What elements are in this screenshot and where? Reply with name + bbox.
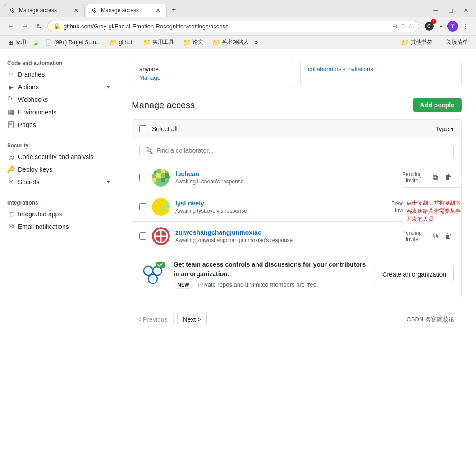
bookmark-link-icon: 📄 xyxy=(46,39,52,46)
sidebar-item-integrated-apps[interactable]: ⊞ Integrated apps xyxy=(0,208,117,220)
sidebar-section-security: Security xyxy=(0,139,117,150)
forward-button[interactable]: → xyxy=(20,20,31,32)
folder-icon-3: 📁 xyxy=(183,39,191,46)
search-bar: 🔍 xyxy=(132,138,461,163)
watermark: CSDN @客院莪论 xyxy=(211,315,462,324)
new-tab-button[interactable]: + xyxy=(168,4,180,17)
extension-btn-2[interactable]: ⭑ xyxy=(438,21,444,32)
previous-button[interactable]: < Previous xyxy=(132,313,174,326)
bookmarks-more-btn[interactable]: » xyxy=(255,39,258,46)
close-window-button[interactable]: ✕ xyxy=(460,6,472,15)
lyslovely-status: Awaiting lysLovely's response xyxy=(175,208,386,214)
browser-tab-2[interactable]: ⚙ Manage access ✕ xyxy=(86,4,167,17)
bookmark-other[interactable]: 📁 其他书签 xyxy=(398,37,435,47)
svg-rect-11 xyxy=(152,198,156,202)
search-input[interactable] xyxy=(156,147,448,154)
svg-rect-8 xyxy=(152,178,156,182)
invitations-link[interactable]: collaborators's invitations. xyxy=(308,66,375,73)
bookmark-folder-papers[interactable]: 📁 论文 xyxy=(180,37,206,47)
luchean-copy-button[interactable]: ⧉ xyxy=(431,172,439,183)
lyslovely-checkbox[interactable] xyxy=(139,203,146,210)
bookmark-folder-academic[interactable]: 📁 学术领路人 xyxy=(210,37,252,47)
sidebar-item-email-notifications[interactable]: ✉ Email notifications xyxy=(0,220,117,233)
bookmark-target-sum[interactable]: 📄 (99+) Target Sum... xyxy=(43,38,103,46)
reload-button[interactable]: ↻ xyxy=(34,20,44,32)
zuiwo-checkbox[interactable] xyxy=(139,232,146,240)
search-input-wrapper[interactable]: 🔍 xyxy=(139,144,454,157)
zuiwo-delete-button[interactable]: 🗑 xyxy=(443,230,454,242)
notification-boxes: anyone. Manage collaborators's invitatio… xyxy=(132,60,462,87)
user-avatar-btn[interactable]: Y xyxy=(447,21,458,32)
zuiwo-actions: ⧉ 🗑 xyxy=(431,230,454,242)
sidebar-item-webhooks[interactable]: Webhooks xyxy=(0,93,117,106)
sidebar-divider-2 xyxy=(0,192,117,192)
next-button[interactable]: Next > xyxy=(177,313,207,326)
extension-btn-1[interactable]: C 1 xyxy=(423,20,435,32)
folder-icon-5: 📁 xyxy=(401,39,409,46)
luchean-checkbox[interactable] xyxy=(139,174,146,181)
new-badge: NEW xyxy=(174,281,193,289)
sidebar-item-branches[interactable]: ⑂ Branches xyxy=(0,68,117,81)
bookmark-folder-tools[interactable]: 📁 实用工具 xyxy=(140,37,177,47)
org-promo-icon xyxy=(139,261,166,288)
bookmarks-bar: ⊞ 应用 🍃 📄 (99+) Target Sum... 📁 github 📁 … xyxy=(0,35,476,49)
type-filter[interactable]: Type ▾ xyxy=(435,125,454,132)
org-promo-text: Get team access controls and discussions… xyxy=(174,260,367,289)
bookmark-apps[interactable]: ⊞ 应用 xyxy=(5,37,29,47)
sidebar-divider-1 xyxy=(0,135,117,135)
minimize-button[interactable]: ─ xyxy=(430,6,442,15)
manage-link[interactable]: Manage xyxy=(139,74,285,81)
svg-rect-17 xyxy=(156,211,161,216)
svg-rect-4 xyxy=(152,169,156,173)
secrets-icon: ✳ xyxy=(7,178,14,186)
sidebar-item-code-security[interactable]: ◎ Code security and analysis xyxy=(0,150,117,163)
apps-grid-icon: ⊞ xyxy=(8,39,14,46)
menu-button[interactable]: ⋮ xyxy=(461,21,471,32)
notification-box-left: anyone. Manage xyxy=(132,60,293,87)
deploy-keys-icon: 🔑 xyxy=(7,166,14,173)
create-organization-button[interactable]: Create an organization xyxy=(375,267,454,282)
lyslovely-username[interactable]: lysLovely xyxy=(175,200,386,207)
bookmark-folder-github[interactable]: 📁 github xyxy=(107,38,137,47)
actions-icon: ▶ xyxy=(7,83,14,91)
back-button[interactable]: ← xyxy=(5,20,16,32)
app-layout: Code and automation ⑂ Branches ▶ Actions… xyxy=(0,49,476,465)
zuiwo-username[interactable]: zuiwoshangchangjunmoxiao xyxy=(175,229,397,236)
bookmark-readinglist[interactable]: 阅读清单 xyxy=(444,37,471,47)
share-icon: ⤴ xyxy=(401,23,404,30)
sidebar-item-secrets[interactable]: ✳ Secrets ▾ xyxy=(0,176,117,188)
tab1-close[interactable]: ✕ xyxy=(73,7,79,14)
sidebar-item-environments[interactable]: ▦ Environments xyxy=(0,106,117,118)
sidebar-label-webhooks: Webhooks xyxy=(18,96,110,103)
svg-rect-5 xyxy=(156,173,161,178)
luchean-delete-button[interactable]: 🗑 xyxy=(443,172,454,183)
pagination: < Previous Next > CSDN @客院莪论 xyxy=(132,305,462,333)
sidebar-label-environments: Environments xyxy=(18,109,110,116)
svg-rect-16 xyxy=(161,207,165,211)
browser-tab-1[interactable]: ⚙ Manage access ✕ xyxy=(4,4,85,17)
browser-toolbar: C 1 ⭑ Y ⋮ xyxy=(423,20,471,32)
pages-icon xyxy=(7,121,14,128)
zuiwo-copy-button[interactable]: ⧉ xyxy=(431,230,439,242)
add-people-button[interactable]: Add people xyxy=(413,98,462,112)
sidebar-item-actions[interactable]: ▶ Actions ▾ xyxy=(0,81,117,93)
bookmark-icon: ☆ xyxy=(408,23,413,30)
sidebar-item-deploy-keys[interactable]: 🔑 Deploy keys xyxy=(0,163,117,176)
select-all-checkbox[interactable] xyxy=(139,125,146,132)
svg-rect-9 xyxy=(161,178,165,182)
org-promo-subtitle: NEW Private repos and unlimited members … xyxy=(174,281,367,289)
address-bar[interactable]: 🔒 github.com/Gray-gl/Facial-Emotion-Reco… xyxy=(47,21,419,32)
sidebar-item-pages[interactable]: Pages xyxy=(0,118,117,131)
luchean-actions: ⧉ 🗑 xyxy=(431,172,454,183)
tab2-close[interactable]: ✕ xyxy=(156,7,161,14)
sidebar-label-code-security: Code security and analysis xyxy=(18,153,110,160)
luchean-username[interactable]: luchean xyxy=(175,170,397,178)
tab1-title: Manage access xyxy=(19,7,70,14)
table-header: Select all Type ▾ xyxy=(132,120,461,138)
org-promo: Get team access controls and discussions… xyxy=(132,251,461,298)
maximize-button[interactable]: □ xyxy=(445,6,456,15)
bookmark-separator-2: | xyxy=(439,39,440,46)
zuiwo-status: Awaiting zuiwoshangchangjunmoxiao's resp… xyxy=(175,237,397,243)
integrated-apps-icon: ⊞ xyxy=(7,210,14,218)
svg-point-23 xyxy=(144,266,153,275)
